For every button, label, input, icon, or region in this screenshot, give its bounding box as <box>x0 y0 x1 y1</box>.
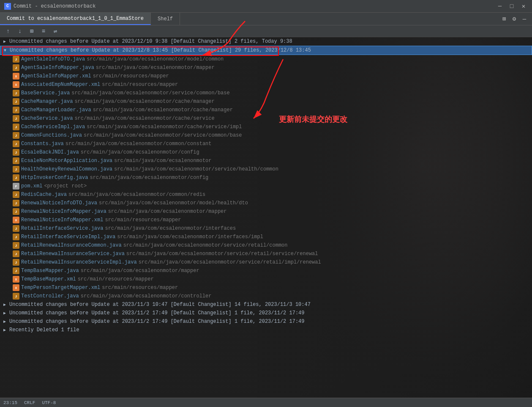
tab-shelf[interactable]: Shelf <box>151 13 180 25</box>
file-item[interactable]: JCacheManager.javasrc/main/java/com/ecsa… <box>0 97 532 106</box>
file-item[interactable]: JAgentSaleInfoMapper.javasrc/main/java/c… <box>0 63 532 72</box>
file-name: TestController.java <box>21 293 79 299</box>
file-item[interactable]: JTempBaseMapper.javasrc/main/java/com/ec… <box>0 267 532 275</box>
toolbar-up-button[interactable]: ↑ <box>3 27 13 36</box>
window-title: Commit - ecsalenonmotorback <box>14 3 95 9</box>
file-item[interactable]: JRetailRenewalInsuranceService.javasrc/m… <box>0 250 532 258</box>
arrow-icon-0 <box>3 39 8 44</box>
file-item[interactable]: XRenewalNoticeInfoMapper.xmlsrc/main/res… <box>0 216 532 224</box>
file-path: src/main/java/com/ecsalenonmotor/common/… <box>65 141 212 147</box>
file-name: HttpInvokerConfig.java <box>21 175 88 181</box>
status-bar: 23:15 CRLF UTF-8 <box>0 398 532 407</box>
file-icon-java: J <box>13 90 19 96</box>
file-path: src/main/java/com/ecsalenonmotor/service… <box>123 242 288 248</box>
tab-commit[interactable]: Commit to ecsalenonmotorback1_1_0_1_Emma… <box>0 13 151 25</box>
toolbar-down-button[interactable]: ↓ <box>15 27 25 36</box>
changelist-header-0[interactable]: Uncommitted changes before Update at 202… <box>0 37 532 46</box>
file-icon-java: J <box>13 191 19 198</box>
more-options-icon[interactable]: — <box>520 15 529 23</box>
file-item[interactable]: JCacheServiceImpl.javasrc/main/java/com/… <box>0 123 532 131</box>
changelist-group-3: Uncommitted changes before Update at 202… <box>0 309 532 317</box>
file-item[interactable]: JTestController.javasrc/main/java/com/ec… <box>0 292 532 300</box>
changelist-header-1[interactable]: Uncommitted changes before Update at 202… <box>0 46 532 55</box>
file-item[interactable]: JRenewalNoticeInfoMapper.javasrc/main/ja… <box>0 207 532 216</box>
file-item[interactable]: JRetailRenewalInsuranceCommon.javasrc/ma… <box>0 241 532 250</box>
file-item[interactable]: JEcsaleBackJNDI.javasrc/main/java/com/ec… <box>0 148 532 157</box>
file-icon-java: J <box>13 250 19 257</box>
file-icon-java: J <box>13 149 19 156</box>
status-encoding[interactable]: UTF-8 <box>42 400 56 405</box>
toolbar-list-button[interactable]: ≡ <box>39 27 48 36</box>
file-item[interactable]: JRetailRenewalInsuranceServiceImpl.javas… <box>0 258 532 267</box>
file-path: src/main/java/com/ecsalenonmotor/control… <box>81 293 212 299</box>
file-name: Constants.java <box>21 141 64 147</box>
file-item[interactable]: JCacheManagerLoader.javasrc/main/java/co… <box>0 106 532 114</box>
file-item[interactable]: JRedisCache.javasrc/main/java/com/ecsale… <box>0 190 532 199</box>
changelist-header-2[interactable]: Uncommitted changes before Update at 202… <box>0 300 532 309</box>
file-path: src/main/java/com/ecsalenonmotor/interfa… <box>105 226 236 231</box>
file-icon-java: J <box>13 115 19 122</box>
file-icon-java: J <box>13 174 19 181</box>
file-item[interactable]: JEcsaleNonMotorApplication.javasrc/main/… <box>0 157 532 165</box>
file-item[interactable]: XTempBaseMapper.xmlsrc/main/resources/ma… <box>0 275 532 283</box>
changelist-header-3[interactable]: Uncommitted changes before Update at 202… <box>0 309 532 317</box>
status-time[interactable]: 23:15 <box>3 400 17 405</box>
file-item[interactable]: XAssociatedEmpNumMapper.xmlsrc/main/reso… <box>0 80 532 89</box>
file-path: src/main/java/com/ecsalenonmotor/common/… <box>68 192 205 198</box>
changelist-header-5[interactable]: Recently Deleted 1 file <box>0 326 532 334</box>
close-button[interactable]: ✕ <box>519 2 528 11</box>
file-item[interactable]: JCommonFunctions.javasrc/main/java/com/e… <box>0 131 532 140</box>
file-name: EcsaleBackJNDI.java <box>21 149 79 155</box>
file-path: src/main/resources/mapper <box>78 276 154 282</box>
file-name: TempBaseMapper.java <box>21 268 79 274</box>
file-item[interactable]: JAgentSaleInfoDTO.javasrc/main/java/com/… <box>0 55 532 63</box>
file-icon-xml: X <box>13 73 19 80</box>
changelist-header-4[interactable]: Uncommitted changes before Update at 202… <box>0 317 532 326</box>
file-name: AgentSaleInfoMapper.java <box>21 65 94 71</box>
file-item[interactable]: JHttpInvokerConfig.javasrc/main/java/com… <box>0 173 532 182</box>
file-item[interactable]: JRenewalNoticeInfoDTO.javasrc/main/java/… <box>0 199 532 207</box>
file-path: src/main/java/com/ecsalenonmotor/cache/m… <box>74 99 214 104</box>
file-name: RetailInterfaceServiceImpl.java <box>21 234 115 240</box>
arrow-icon-5 <box>3 327 8 333</box>
file-icon-java: J <box>13 234 19 240</box>
file-path: src/main/java/com/ecsalenonmotor/interfa… <box>117 234 263 240</box>
file-path: src/main/java/com/ecsalenonmotor/service… <box>139 259 321 265</box>
file-item[interactable]: XTempPersonTargetMapper.xmlsrc/main/reso… <box>0 283 532 292</box>
file-name: CacheServiceImpl.java <box>21 124 85 130</box>
settings-icon[interactable]: ⚙ <box>510 15 518 23</box>
file-item[interactable]: JRetailInterfaceService.javasrc/main/jav… <box>0 224 532 233</box>
file-icon-java: J <box>13 267 19 274</box>
file-path: src/main/java/com/ecsalenonmotor/config <box>90 175 208 181</box>
file-item[interactable]: JRetailInterfaceServiceImpl.javasrc/main… <box>0 233 532 241</box>
toolbar-grid-button[interactable]: ⊞ <box>27 27 36 36</box>
file-item[interactable]: XAgentSaleInfoMapper.xmlsrc/main/resourc… <box>0 72 532 80</box>
file-item[interactable]: Ppom.xml<project root> <box>0 182 532 190</box>
file-name: RetailRenewalInsuranceCommon.java <box>21 242 122 248</box>
minimize-button[interactable]: ─ <box>496 2 504 11</box>
file-item[interactable]: JConstants.javasrc/main/java/com/ecsalen… <box>0 140 532 148</box>
file-name: pom.xml <box>21 183 42 189</box>
expand-icon[interactable]: ⊞ <box>500 15 508 23</box>
file-item[interactable]: JHealthOnekeyRenewalCommon.javasrc/main/… <box>0 165 532 173</box>
changelist-group-1: Uncommitted changes before Update at 202… <box>0 46 532 300</box>
file-name: TempBaseMapper.xml <box>21 276 76 282</box>
file-icon-pom: P <box>13 183 19 190</box>
status-crlf[interactable]: CRLF <box>24 400 35 405</box>
file-icon-java: J <box>13 124 19 130</box>
file-path: src/main/java/com/ecsalenonmotor/model/h… <box>99 200 248 206</box>
file-icon-xml: X <box>13 217 19 223</box>
file-item[interactable]: JCacheService.javasrc/main/java/com/ecsa… <box>0 114 532 123</box>
file-path: <project root> <box>44 183 87 189</box>
file-name: CacheService.java <box>21 116 73 121</box>
file-name: CacheManager.java <box>21 99 73 104</box>
file-icon-java: J <box>13 140 19 147</box>
file-path: src/main/java/com/ecsalenonmotor/mapper <box>81 268 199 274</box>
file-name: AssociatedEmpNumMapper.xml <box>21 82 100 88</box>
arrow-icon-1 <box>4 48 8 53</box>
changelist-group-0: Uncommitted changes before Update at 202… <box>0 37 532 46</box>
maximize-button[interactable]: □ <box>507 2 516 11</box>
file-path: src/main/java/com/ecsalenonmotor/service… <box>126 251 318 257</box>
file-item[interactable]: JBaseService.javasrc/main/java/com/ecsal… <box>0 89 532 97</box>
toolbar-swap-button[interactable]: ⇌ <box>51 27 60 36</box>
